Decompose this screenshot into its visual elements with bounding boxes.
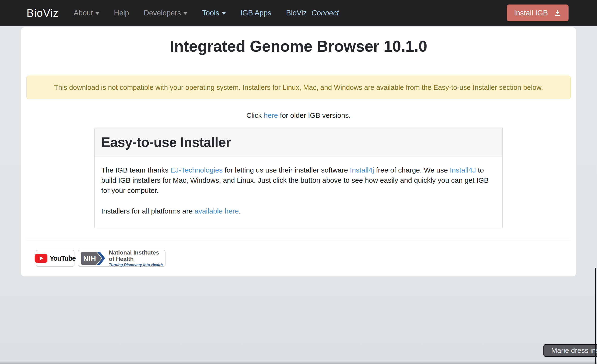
older-versions-link[interactable]: here [264, 111, 278, 119]
chevron-down-icon [222, 12, 226, 15]
paragraph-text: The IGB team thanks [101, 166, 171, 174]
older-versions-line: Click here for older IGB versions. [26, 111, 571, 119]
paragraph-text: . [239, 207, 241, 215]
easy-installer-panel: Easy-to-use Installer The IGB team thank… [94, 127, 503, 228]
page-title: Integrated Genome Browser 10.1.0 [26, 27, 571, 55]
footer-logos: YouTube NIH National Institutes of Healt… [36, 250, 571, 267]
nav-item-label: BioViz [286, 9, 307, 16]
nav-item-label: Help [114, 9, 129, 16]
install4j-link[interactable]: Install4j [350, 166, 374, 174]
easy-installer-header: Easy-to-use Installer [94, 127, 503, 157]
youtube-logo-link[interactable]: YouTube [36, 250, 74, 267]
nav-item-about[interactable]: About [66, 9, 107, 16]
chevron-down-icon [95, 12, 99, 15]
installer-paragraph: Installers for all platforms are availab… [101, 206, 496, 216]
nav-item-label: IGB Apps [240, 9, 271, 16]
install4j-build-link[interactable]: Install4J [450, 166, 476, 174]
download-icon [554, 9, 561, 17]
easy-installer-heading: Easy-to-use Installer [101, 134, 496, 150]
nav-item-developers[interactable]: Developers [136, 9, 195, 16]
nih-name: National Institutes of Health [109, 249, 165, 262]
navbar: BioViz About Help Developers Tools IGB A… [0, 0, 597, 26]
footer-divider [26, 239, 571, 239]
easy-installer-body: The IGB team thanks EJ-Technologies for … [94, 157, 503, 228]
os-compat-warning-alert: This download is not compatible with you… [26, 76, 571, 99]
nav-item-label-italic: Connect [312, 9, 339, 16]
paragraph-text: free of charge. We use [374, 166, 450, 174]
nav-item-label: Developers [144, 9, 181, 16]
nav-item-tools[interactable]: Tools [195, 9, 233, 16]
chevron-down-icon [183, 12, 187, 15]
nih-tagline: Turning Discovery Into Health [109, 263, 165, 267]
page: BioViz About Help Developers Tools IGB A… [0, 0, 597, 364]
youtube-play-icon [35, 254, 47, 263]
paragraph-text: for letting us use their installer softw… [223, 166, 350, 174]
nih-acronym: NIH [83, 255, 96, 262]
nav-item-help[interactable]: Help [107, 9, 137, 16]
nih-text-block: National Institutes of Health Turning Di… [109, 249, 165, 267]
screen-right-edge [595, 268, 596, 364]
nav-item-label: About [74, 9, 93, 16]
nav-item-label: Tools [202, 9, 219, 16]
brand-logo[interactable]: BioViz [27, 7, 59, 19]
youtube-wordmark: YouTube [50, 255, 75, 262]
os-tooltip: Marie dress inst [543, 344, 597, 357]
ej-technologies-link[interactable]: EJ-Technologies [171, 166, 223, 174]
nih-emblem-icon: NIH [81, 252, 106, 265]
nav-item-bioviz-connect[interactable]: BioViz Connect [279, 9, 346, 16]
older-versions-text: Click [246, 111, 264, 119]
install-igb-label: Install IGB [514, 9, 548, 17]
nav-item-igb-apps[interactable]: IGB Apps [233, 9, 279, 16]
nav-links: About Help Developers Tools IGB Apps Bio… [66, 9, 346, 16]
install-igb-button[interactable]: Install IGB [507, 5, 569, 21]
nih-logo-link[interactable]: NIH National Institutes of Health Turnin… [78, 250, 165, 267]
paragraph-text: Installers for all platforms are [101, 207, 194, 215]
older-versions-text: for older IGB versions. [278, 111, 351, 119]
installer-paragraph: The IGB team thanks EJ-Technologies for … [101, 165, 496, 195]
available-here-link[interactable]: available here [194, 207, 239, 215]
content-card: Integrated Genome Browser 10.1.0 This do… [21, 27, 576, 276]
screen-bottom-shadow [0, 361, 597, 364]
